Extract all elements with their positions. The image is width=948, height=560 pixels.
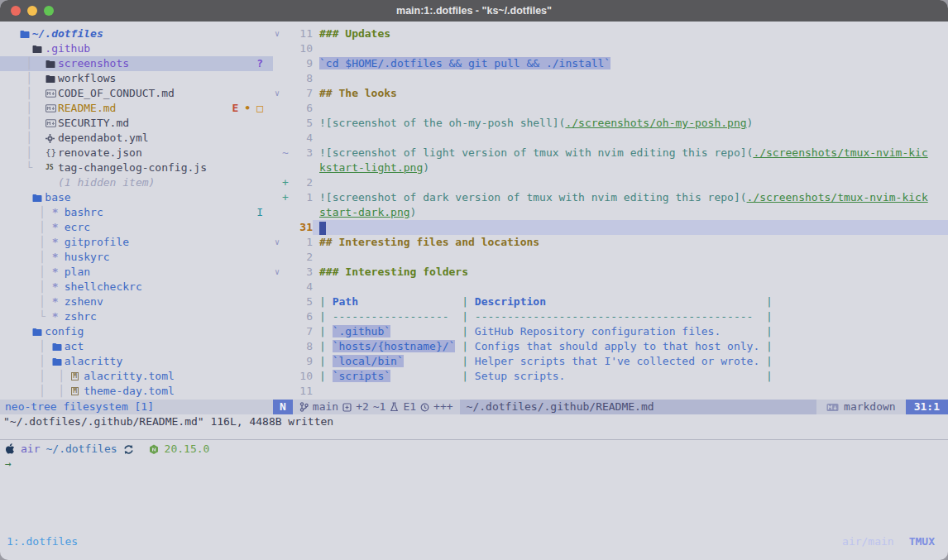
tree-item-bashrc[interactable]: │ *bashrcI bbox=[0, 205, 273, 220]
editor-line[interactable]: ∨3### Interesting folders bbox=[273, 265, 948, 280]
tree-item-shellcheckrc[interactable]: │ *shellcheckrc bbox=[0, 280, 273, 294]
editor-line[interactable]: 8 bbox=[273, 71, 948, 86]
line-number: 7 bbox=[290, 86, 313, 101]
fold-marker[interactable] bbox=[273, 71, 281, 86]
editor-line[interactable]: 4 bbox=[273, 280, 948, 294]
fold-marker[interactable] bbox=[273, 339, 281, 354]
fold-marker[interactable] bbox=[273, 280, 281, 294]
fold-marker[interactable] bbox=[273, 354, 281, 369]
editor-line[interactable]: 8| `hosts/{hostname}/` | Configs that sh… bbox=[273, 339, 948, 354]
tree-item-label: README.md bbox=[58, 101, 116, 116]
tree-item-config[interactable]: config bbox=[0, 324, 273, 339]
file-path-segment: ~/.dotfiles/.github/README.md bbox=[460, 400, 816, 414]
neo-tree-panel[interactable]: ~/.dotfiles .github │ screenshots? │ wor… bbox=[0, 22, 273, 400]
editor-line[interactable]: ∨1## Interesting files and locations bbox=[273, 235, 948, 250]
editor-line[interactable]: ∨11### Updates bbox=[273, 26, 948, 41]
fold-marker[interactable] bbox=[273, 175, 281, 190]
editor-line[interactable]: +2 bbox=[273, 175, 948, 190]
shell-pane[interactable]: air ~/.dotfiles 20.15.0 → bbox=[0, 440, 948, 471]
fold-marker[interactable] bbox=[273, 190, 281, 205]
fold-marker[interactable]: ∨ bbox=[273, 26, 281, 41]
editor-current-line[interactable]: 31 bbox=[273, 220, 948, 235]
tree-item-dependabot-yml[interactable]: │ dependabot.yml bbox=[0, 131, 273, 146]
fold-marker[interactable] bbox=[273, 309, 281, 324]
editor-line[interactable]: kstart-light.png) bbox=[273, 160, 948, 175]
tree-guide: │ bbox=[7, 354, 52, 369]
editor-line[interactable]: +1![screenshot of dark version of tmux w… bbox=[273, 190, 948, 205]
editor-line[interactable]: 6| ------------------ | ----------------… bbox=[273, 309, 948, 324]
tree-item-tag-changelog-config-js[interactable]: └ JStag-changelog-config.js bbox=[0, 160, 273, 175]
editor-line[interactable]: ~3![screenshot of light version of tmux … bbox=[273, 146, 948, 160]
star-icon: * bbox=[52, 220, 59, 235]
editor-line[interactable]: 9`cd $HOME/.dotfiles && git pull && ./in… bbox=[273, 56, 948, 71]
editor-line[interactable]: 10| `scripts` | Setup scripts. | bbox=[273, 369, 948, 384]
editor-line[interactable]: 10 bbox=[273, 41, 948, 56]
fold-marker[interactable] bbox=[273, 369, 281, 384]
tree-item-code-of-conduct-md[interactable]: │ CODE_OF_CONDUCT.md bbox=[0, 86, 273, 101]
line-text bbox=[313, 220, 948, 235]
fold-marker[interactable]: ∨ bbox=[273, 86, 281, 101]
fold-marker[interactable] bbox=[273, 220, 281, 235]
tree-item-theme-day-toml[interactable]: │ │ Mtheme-day.toml bbox=[0, 384, 273, 399]
tree-item-zshrc[interactable]: └ *zshrc bbox=[0, 309, 273, 324]
editor-line[interactable]: 6 bbox=[273, 101, 948, 116]
tree-item--dotfiles[interactable]: ~/.dotfiles bbox=[0, 26, 273, 41]
tree-item-renovate-json[interactable]: │ {}renovate.json bbox=[0, 146, 273, 160]
fold-marker[interactable] bbox=[273, 324, 281, 339]
editor-line[interactable]: 5![screenshot of the oh-my-posh shell](.… bbox=[273, 116, 948, 131]
tree-item-workflows[interactable]: │ workflows bbox=[0, 71, 273, 86]
editor-line[interactable]: 5| Path | Description | bbox=[273, 294, 948, 309]
markdown-file-icon bbox=[45, 104, 56, 112]
tree-item-plan[interactable]: │ *plan bbox=[0, 265, 273, 280]
folder-icon bbox=[32, 45, 42, 54]
editor-line[interactable]: 7| `.github` | GitHub Repository configu… bbox=[273, 324, 948, 339]
tmux-session-name: air/main bbox=[842, 534, 894, 549]
editor-line[interactable]: 2 bbox=[273, 250, 948, 265]
fold-marker[interactable] bbox=[273, 131, 281, 146]
fold-marker[interactable] bbox=[273, 146, 281, 160]
fold-marker[interactable] bbox=[273, 384, 281, 399]
markdown-file-icon bbox=[45, 89, 56, 98]
tree-item-gitprofile[interactable]: │ *gitprofile bbox=[0, 235, 273, 250]
tree-item-huskyrc[interactable]: │ *huskyrc bbox=[0, 250, 273, 265]
tree-item-security-md[interactable]: │ SECURITY.md bbox=[0, 116, 273, 131]
fold-marker[interactable] bbox=[273, 294, 281, 309]
editor-buffer[interactable]: ∨11### Updates109`cd $HOME/.dotfiles && … bbox=[273, 22, 948, 400]
fold-marker[interactable] bbox=[273, 116, 281, 131]
line-number: 11 bbox=[290, 26, 313, 41]
tree-item-label: dependabot.yml bbox=[58, 131, 149, 146]
line-text: ## The looks bbox=[313, 86, 948, 101]
tree-item-alacritty-toml[interactable]: │ │ Malacritty.toml bbox=[0, 369, 273, 384]
tree-item-alacritty[interactable]: │ alacritty bbox=[0, 354, 273, 369]
fold-marker[interactable] bbox=[273, 160, 281, 175]
editor-line[interactable]: 9| `local/bin` | Helper scripts that I'v… bbox=[273, 354, 948, 369]
editor-line[interactable]: start-dark.png) bbox=[273, 205, 948, 220]
tree-item-act[interactable]: │ act bbox=[0, 339, 273, 354]
fold-marker[interactable] bbox=[273, 41, 281, 56]
editor-line[interactable]: 4 bbox=[273, 131, 948, 146]
flask-icon bbox=[390, 402, 399, 412]
tree-item-ecrc[interactable]: │ *ecrc bbox=[0, 220, 273, 235]
git-sign: + bbox=[281, 175, 290, 190]
tree-item-base[interactable]: base bbox=[0, 190, 273, 205]
tree-item-label: zshenv bbox=[65, 294, 103, 309]
git-sign: + bbox=[281, 190, 290, 205]
window-title: main:1:.dotfiles - "ks~/.dotfiles" bbox=[0, 5, 948, 17]
tmux-window-tab[interactable]: 1:.dotfiles bbox=[7, 534, 78, 549]
tree-item--1-hidden-item-[interactable]: (1 hidden item) bbox=[0, 175, 273, 190]
editor-line[interactable]: ∨7## The looks bbox=[273, 86, 948, 101]
fold-marker[interactable]: ∨ bbox=[273, 235, 281, 250]
fold-marker[interactable] bbox=[273, 56, 281, 71]
line-text bbox=[313, 41, 948, 56]
diff-modified: ~1 bbox=[373, 400, 386, 414]
tree-item-screenshots[interactable]: │ screenshots? bbox=[0, 56, 273, 71]
tree-item-zshenv[interactable]: │ *zshenv bbox=[0, 294, 273, 309]
line-number: 6 bbox=[290, 101, 313, 116]
fold-marker[interactable]: ∨ bbox=[273, 265, 281, 280]
fold-marker[interactable] bbox=[273, 250, 281, 265]
tree-item--github[interactable]: .github bbox=[0, 41, 273, 56]
tree-item-readme-md[interactable]: │ README.mdE•□ bbox=[0, 101, 273, 116]
fold-marker[interactable] bbox=[273, 101, 281, 116]
editor-line[interactable]: 11 bbox=[273, 384, 948, 399]
fold-marker[interactable] bbox=[273, 205, 281, 220]
